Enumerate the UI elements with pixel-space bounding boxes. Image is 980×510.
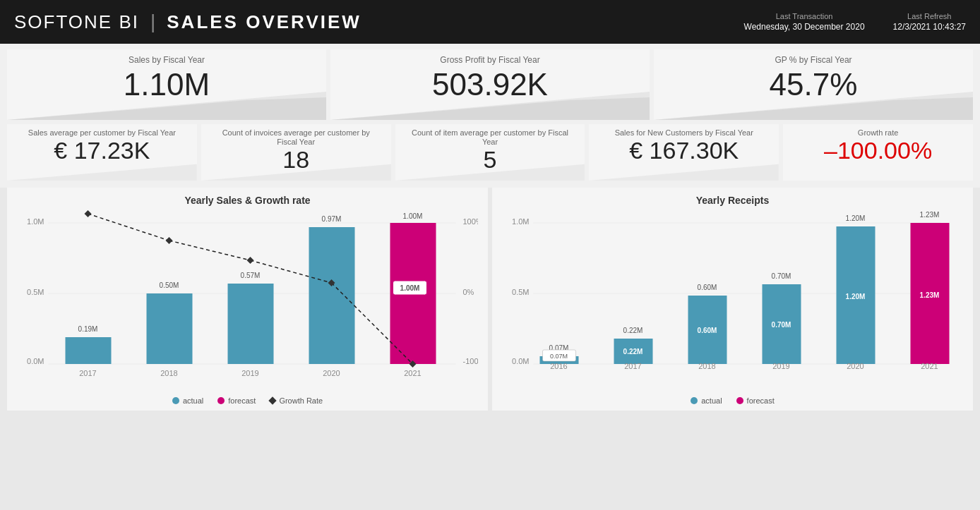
legend-right-forecast-label: forecast — [747, 396, 775, 405]
chart-yearly-sales-title: Yearly Sales & Growth rate — [17, 195, 478, 206]
svg-text:2020: 2020 — [847, 362, 864, 370]
svg-text:1.0M: 1.0M — [512, 217, 529, 226]
brand-name: SOFTONE BI — [14, 11, 139, 33]
svg-text:2017: 2017 — [624, 362, 641, 370]
svg-text:0.0M: 0.0M — [512, 357, 529, 365]
charts-section: Yearly Sales & Growth rate 1.0M 0.5M 0.0… — [0, 188, 980, 416]
chart-yearly-sales-area: 1.0M 0.5M 0.0M 100% 0% -100% 0.19M 0.50M — [17, 210, 478, 394]
svg-marker-3 — [330, 97, 650, 120]
last-transaction-value: Wednesday, 30 December 2020 — [744, 22, 865, 32]
svg-text:0.60M: 0.60M — [698, 284, 717, 291]
svg-marker-9 — [589, 164, 779, 181]
kpi-invoices-avg-label: Count of invoices average per customer b… — [211, 128, 381, 147]
svg-text:2021: 2021 — [921, 362, 938, 370]
kpi-growth-rate: Growth rate –100.00% — [783, 124, 973, 181]
svg-text:1.0M: 1.0M — [27, 217, 44, 226]
kpi-growth-rate-value: –100.00% — [793, 138, 963, 164]
header-divider: | — [150, 11, 155, 33]
chart-yearly-receipts-title: Yearly Receipts — [502, 195, 963, 206]
svg-text:2018: 2018 — [160, 369, 177, 377]
svg-text:2019: 2019 — [772, 362, 789, 370]
kpi-new-customers-value: € 167.30K — [599, 138, 769, 164]
svg-marker-40 — [85, 210, 92, 217]
legend-actual: actual — [172, 396, 203, 405]
svg-text:1.23M: 1.23M — [920, 211, 940, 219]
kpi-gp-pct-label: GP % by Fiscal Year — [664, 55, 963, 66]
kpi-sales-fiscal: Sales by Fiscal Year 1.10M — [7, 49, 326, 120]
kpi-row1: Sales by Fiscal Year 1.10M Gross Profit … — [7, 49, 973, 120]
svg-text:0.07M: 0.07M — [550, 353, 568, 360]
svg-text:1.23M: 1.23M — [920, 291, 940, 299]
legend-forecast: forecast — [217, 396, 256, 405]
chart-yearly-sales: Yearly Sales & Growth rate 1.0M 0.5M 0.0… — [7, 188, 488, 411]
svg-text:-100%: -100% — [463, 357, 479, 365]
svg-text:0.22M: 0.22M — [623, 327, 643, 334]
chart-yearly-receipts-area: 1.0M 0.5M 0.0M 2016 0.07M 0.07M 2017 0.2… — [502, 210, 963, 394]
legend-right-actual-label: actual — [701, 396, 722, 405]
chart-yearly-receipts: Yearly Receipts 1.0M 0.5M 0.0M 2016 0.07… — [492, 188, 973, 411]
kpi-avg-customer: Sales average per customer by Fiscal Yea… — [7, 124, 197, 181]
last-refresh-label: Last Refresh — [893, 12, 966, 20]
legend-right-forecast: forecast — [736, 396, 775, 405]
kpi-gross-profit-label: Gross Profit by Fiscal Year — [340, 55, 640, 66]
kpi-invoices-avg: Count of invoices average per customer b… — [201, 124, 391, 181]
svg-rect-23 — [228, 284, 274, 364]
svg-text:2019: 2019 — [241, 369, 258, 377]
svg-rect-19 — [66, 337, 112, 364]
last-refresh-info: Last Refresh 12/3/2021 10:43:27 — [893, 12, 966, 32]
svg-text:0.57M: 0.57M — [241, 272, 261, 279]
svg-line-36 — [88, 214, 169, 241]
last-transaction-label: Last Transaction — [744, 12, 865, 20]
svg-marker-8 — [395, 164, 585, 181]
kpi-item-avg-label: Count of item average per customer by Fi… — [405, 128, 575, 147]
header: SOFTONE BI | SALES OVERVIEW Last Transac… — [0, 0, 980, 44]
kpi-section: Sales by Fiscal Year 1.10M Gross Profit … — [0, 44, 980, 188]
legend-actual-label: actual — [183, 396, 203, 405]
last-refresh-value: 12/3/2021 10:43:27 — [893, 22, 966, 32]
svg-text:2018: 2018 — [698, 362, 715, 370]
kpi-item-avg: Count of item average per customer by Fi… — [395, 124, 585, 181]
svg-rect-25 — [309, 227, 355, 364]
legend-actual-dot — [172, 397, 179, 404]
kpi-gp-pct-fiscal: GP % by Fiscal Year 45.7% — [654, 49, 973, 120]
chart-right-legend: actual forecast — [502, 396, 963, 405]
legend-forecast-label: forecast — [228, 396, 256, 405]
svg-text:0.0M: 0.0M — [27, 357, 44, 365]
svg-text:1.20M: 1.20M — [846, 293, 866, 300]
legend-growth: Growth Rate — [270, 396, 323, 405]
svg-text:0.50M: 0.50M — [160, 281, 179, 289]
kpi-avg-customer-value: € 17.23K — [17, 138, 187, 164]
svg-text:0%: 0% — [463, 288, 474, 296]
svg-text:0.5M: 0.5M — [512, 288, 529, 296]
legend-right-forecast-dot — [736, 397, 743, 404]
svg-marker-6 — [7, 164, 197, 181]
svg-marker-1 — [7, 97, 326, 120]
svg-marker-42 — [247, 257, 254, 264]
svg-rect-21 — [147, 293, 193, 364]
svg-text:2017: 2017 — [79, 369, 96, 377]
svg-text:0.97M: 0.97M — [322, 215, 342, 223]
legend-right-actual: actual — [691, 396, 722, 405]
header-left: SOFTONE BI | SALES OVERVIEW — [14, 11, 361, 33]
svg-text:2020: 2020 — [323, 369, 340, 377]
svg-text:1.20M: 1.20M — [846, 214, 866, 222]
kpi-gross-profit-fiscal: Gross Profit by Fiscal Year 503.92K — [330, 49, 650, 120]
svg-text:0.19M: 0.19M — [78, 325, 98, 333]
legend-growth-label: Growth Rate — [279, 396, 323, 405]
kpi-row2: Sales average per customer by Fiscal Yea… — [7, 124, 973, 181]
svg-text:0.22M: 0.22M — [623, 348, 643, 356]
svg-text:0.5M: 0.5M — [27, 288, 44, 296]
page-title: SALES OVERVIEW — [167, 11, 361, 33]
legend-growth-diamond — [269, 396, 277, 404]
svg-marker-5 — [654, 97, 973, 120]
svg-text:2021: 2021 — [404, 369, 421, 377]
svg-marker-7 — [201, 164, 391, 181]
legend-right-actual-dot — [691, 397, 698, 404]
kpi-sales-fiscal-label: Sales by Fiscal Year — [17, 55, 316, 66]
svg-marker-41 — [166, 237, 173, 244]
kpi-new-customers: Sales for New Customers by Fiscal Year €… — [589, 124, 779, 181]
svg-text:0.60M: 0.60M — [698, 327, 717, 334]
svg-text:0.70M: 0.70M — [772, 272, 791, 280]
svg-text:1.00M: 1.00M — [400, 284, 420, 292]
svg-line-37 — [169, 241, 251, 260]
